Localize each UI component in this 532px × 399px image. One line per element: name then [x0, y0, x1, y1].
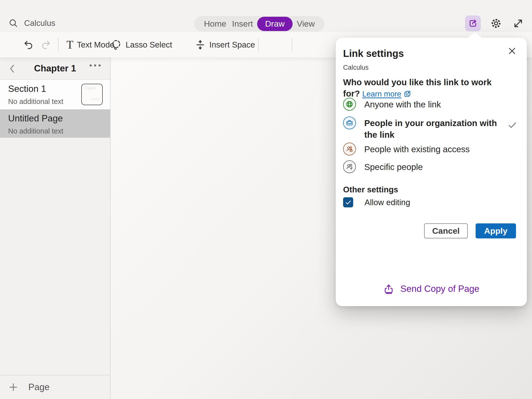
globe-icon: [343, 98, 356, 111]
lasso-select-label: Lasso Select: [126, 40, 172, 50]
tab-draw[interactable]: Draw: [257, 17, 292, 31]
titlebar-actions: [465, 16, 525, 31]
onenote-app: Calculus Home Insert Draw View: [0, 0, 532, 399]
gear-icon: [490, 17, 502, 30]
undo-icon: [23, 39, 34, 50]
learn-more-link[interactable]: Learn more: [362, 90, 401, 98]
option-label: People with existing access: [364, 143, 502, 155]
close-icon: [507, 46, 517, 56]
option-existing-access[interactable]: People with existing access: [343, 143, 502, 155]
sidebar-header: Chapter 1 •••: [0, 57, 110, 80]
plus-icon: [8, 382, 18, 392]
option-people-in-org[interactable]: People in your organization with the lin…: [343, 116, 502, 140]
notebook-search[interactable]: Calculus: [8, 18, 55, 28]
page-list-sidebar: Chapter 1 ••• Section 1 No additional te…: [0, 57, 111, 399]
settings-button[interactable]: [489, 17, 503, 30]
section-title: Chapter 1: [34, 63, 76, 74]
dialog-title: Link settings: [343, 48, 404, 59]
checkmark-icon: [345, 199, 352, 206]
tab-insert[interactable]: Insert: [231, 19, 254, 29]
share-button[interactable]: [465, 16, 481, 31]
toolbar-divider: [292, 38, 292, 52]
insert-space-button[interactable]: Insert Space: [195, 32, 255, 57]
lasso-icon: [110, 39, 122, 51]
search-icon: [8, 18, 18, 28]
people-lock-icon: [343, 143, 356, 155]
title-bar: Calculus Home Insert Draw View: [0, 0, 532, 32]
insert-space-icon: [195, 39, 206, 50]
more-options-icon[interactable]: •••: [89, 61, 103, 70]
dialog-callout-arrow: [468, 32, 482, 38]
send-copy-label: Send Copy of Page: [400, 284, 480, 294]
apply-button[interactable]: Apply: [476, 223, 516, 238]
ribbon-tabbar: Home Insert Draw View: [194, 16, 325, 32]
add-page-label: Page: [28, 382, 50, 392]
page-item-subtitle: No additional text: [8, 127, 110, 135]
option-label: Specific people: [364, 160, 502, 173]
add-page-button[interactable]: Page: [0, 375, 110, 399]
undo-button[interactable]: [23, 32, 34, 57]
page-thumbnail: Trigno cosec: [81, 84, 103, 105]
selected-check-icon: [507, 120, 517, 130]
fullscreen-button[interactable]: [511, 17, 525, 30]
dialog-question: Who would you like this link to work for…: [343, 77, 511, 100]
page-item-title: Untitled Page: [8, 113, 110, 124]
cancel-button[interactable]: Cancel: [424, 223, 468, 238]
page-list-item-selected[interactable]: Untitled Page No additional text: [0, 109, 110, 138]
person-add-icon: [343, 160, 356, 173]
briefcase-icon: [343, 116, 356, 129]
insert-space-label: Insert Space: [209, 40, 255, 50]
toolbar-divider: [258, 38, 259, 52]
toolbar-divider: [58, 38, 59, 52]
option-label: Anyone with the link: [364, 98, 502, 111]
thumbnail-ink-text: Trigno: [84, 86, 102, 91]
share-icon: [468, 18, 478, 29]
redo-icon: [40, 39, 51, 50]
option-label: People in your organization with the lin…: [364, 116, 502, 140]
text-mode-button[interactable]: T Text Mode: [66, 32, 114, 57]
allow-editing-checkbox[interactable]: [343, 197, 353, 207]
notebook-title: Calculus: [24, 18, 55, 28]
tab-view[interactable]: View: [295, 19, 316, 29]
tab-home[interactable]: Home: [202, 19, 228, 29]
lasso-select-button[interactable]: Lasso Select: [110, 32, 172, 57]
text-mode-icon: T: [66, 39, 73, 50]
dialog-notebook-name: Calculus: [343, 64, 369, 71]
send-copy-button[interactable]: Send Copy of Page: [336, 283, 527, 294]
external-link-icon: [403, 90, 412, 98]
option-anyone-with-link[interactable]: Anyone with the link: [343, 98, 502, 111]
page-list-item[interactable]: Section 1 No additional text Trigno cose…: [0, 80, 110, 109]
redo-button[interactable]: [40, 32, 51, 57]
send-copy-icon: [383, 283, 394, 294]
text-mode-label: Text Mode: [77, 40, 114, 50]
dialog-buttons: Cancel Apply: [424, 223, 516, 238]
close-button[interactable]: [506, 45, 518, 57]
other-settings-heading: Other settings: [343, 185, 398, 194]
link-settings-dialog: Link settings Calculus Who would you lik…: [336, 38, 527, 306]
expand-icon: [513, 18, 524, 29]
thumbnail-ink-text: cosec: [91, 97, 102, 101]
allow-editing-row: Allow editing: [343, 197, 410, 207]
back-button[interactable]: [7, 63, 17, 74]
option-specific-people[interactable]: Specific people: [343, 160, 502, 173]
allow-editing-label: Allow editing: [365, 198, 410, 207]
